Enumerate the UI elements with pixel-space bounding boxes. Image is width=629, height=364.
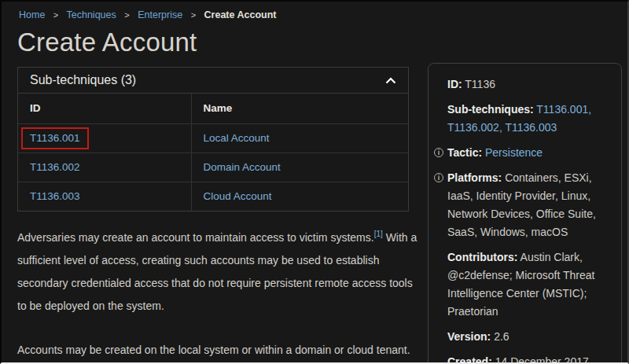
sidebar: ID: T1136 Sub-techniques: T1136.001, T11…	[428, 6, 622, 364]
collapse-button[interactable]	[385, 77, 396, 84]
subtechnique-id-link[interactable]: T1136.002	[30, 161, 80, 173]
id-label: ID:	[447, 78, 462, 90]
created-value: 14 December 2017	[495, 355, 589, 364]
contributors-label: Contributors:	[447, 251, 517, 263]
subtechniques-panel-header[interactable]: Sub-techniques (3)	[18, 68, 408, 94]
breadcrumb-link-home[interactable]: Home	[19, 9, 45, 20]
breadcrumb-current: Create Account	[204, 9, 277, 20]
subtechniques-panel-title: Sub-techniques (3)	[30, 73, 136, 87]
subtechnique-name-link[interactable]: Domain Account	[204, 161, 281, 173]
subtechniques-panel: Sub-techniques (3) ID Name	[17, 67, 409, 211]
breadcrumb-separator: >	[191, 10, 196, 20]
main-content: Home > Techniques > Enterprise > Create …	[17, 6, 410, 364]
table-row[interactable]: T1136.001 Local Account	[18, 123, 408, 153]
description-paragraph-2: Accounts may be created on the local sys…	[17, 339, 418, 364]
subtechniques-table: ID Name T1136.001 Local Account T1136.00…	[18, 94, 408, 211]
chevron-up-icon	[385, 77, 396, 84]
subtechnique-name-link[interactable]: Local Account	[204, 132, 270, 144]
version-value: 2.6	[494, 330, 509, 343]
card-row-id: ID: T1136	[447, 75, 607, 94]
page-root: Home > Techniques > Enterprise > Create …	[2, 2, 627, 364]
tactic-link[interactable]: Persistence	[485, 146, 543, 159]
table-header-row: ID Name	[18, 94, 408, 123]
card-row-platforms: Platforms: Containers, ESXi, IaaS, Ident…	[447, 169, 607, 241]
created-label: Created:	[447, 355, 492, 364]
subtechnique-name-link[interactable]: Cloud Account	[204, 190, 272, 202]
subtechnique-link[interactable]: T1136.003	[505, 121, 557, 134]
breadcrumb: Home > Techniques > Enterprise > Create …	[17, 6, 410, 20]
page-title: Create Account	[17, 28, 410, 57]
info-icon[interactable]	[434, 173, 443, 182]
breadcrumb-separator: >	[53, 10, 58, 20]
subtechniques-label: Sub-techniques:	[447, 103, 534, 116]
subtechnique-id-link[interactable]: T1136.003	[30, 190, 80, 202]
breadcrumb-separator: >	[124, 10, 129, 20]
breadcrumb-link-techniques[interactable]: Techniques	[67, 9, 116, 20]
citation-link-1[interactable]: [1]	[374, 230, 383, 238]
card-row-version: Version: 2.6	[447, 328, 607, 346]
subtechnique-link[interactable]: T1136.001,	[536, 103, 591, 116]
description-paragraph-1: Adversaries may create an account to mai…	[17, 222, 418, 318]
card-row-tactic: Tactic: Persistence	[447, 144, 607, 162]
card-row-contributors: Contributors: Austin Clark, @c2defense; …	[447, 248, 607, 321]
breadcrumb-link-enterprise[interactable]: Enterprise	[138, 9, 182, 20]
info-icon[interactable]	[434, 148, 443, 157]
subtechnique-link[interactable]: T1136.002,	[447, 121, 502, 134]
version-label: Version:	[447, 330, 491, 343]
platforms-label: Platforms:	[447, 171, 502, 184]
technique-info-card: ID: T1136 Sub-techniques: T1136.001, T11…	[428, 63, 622, 364]
id-value: T1136	[465, 78, 495, 90]
table-row[interactable]: T1136.003 Cloud Account	[18, 182, 408, 211]
table-row[interactable]: T1136.002 Domain Account	[18, 153, 408, 182]
card-row-created: Created: 14 December 2017	[447, 353, 607, 364]
card-row-subtechniques: Sub-techniques: T1136.001, T1136.002, T1…	[447, 101, 607, 137]
column-header-id: ID	[18, 94, 191, 123]
description-text: Adversaries may create an account to mai…	[17, 231, 374, 244]
tactic-label: Tactic:	[447, 146, 482, 159]
subtechnique-id-link[interactable]: T1136.001	[30, 132, 80, 144]
technique-description: Adversaries may create an account to mai…	[17, 222, 418, 364]
column-header-name: Name	[191, 94, 408, 123]
